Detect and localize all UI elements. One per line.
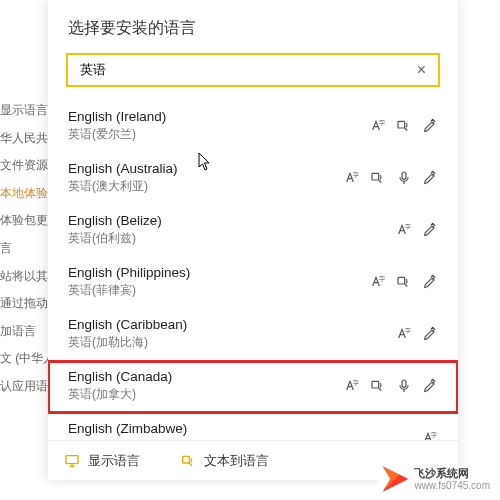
font-icon: 字 bbox=[370, 274, 386, 290]
svg-text:字: 字 bbox=[379, 119, 385, 126]
sidebar-text: 站将以其 bbox=[0, 266, 48, 288]
language-name-en: English (Belize) bbox=[68, 213, 396, 228]
svg-text:字: 字 bbox=[379, 275, 385, 282]
language-name-en: English (Ireland) bbox=[68, 109, 370, 124]
font-icon: 字 bbox=[344, 170, 360, 186]
language-name-zh: 英语(爱尔兰) bbox=[68, 126, 370, 143]
tts-tab-icon bbox=[180, 453, 196, 469]
language-feature-icons: 字 bbox=[344, 378, 438, 394]
svg-text:字: 字 bbox=[405, 327, 411, 334]
svg-rect-11 bbox=[402, 380, 406, 387]
language-name-zh: 英语(伯利兹) bbox=[68, 230, 396, 247]
sidebar-text: 认应用语 bbox=[0, 376, 48, 398]
language-name-zh: 英语(加勒比海) bbox=[68, 334, 396, 351]
pen-icon bbox=[422, 170, 438, 186]
svg-rect-14 bbox=[183, 456, 190, 463]
svg-rect-4 bbox=[402, 172, 406, 179]
panel-title: 选择要安装的语言 bbox=[48, 0, 458, 53]
language-item[interactable]: English (Zimbabwe)英语字 bbox=[48, 413, 458, 440]
language-item[interactable]: English (Belize)英语(伯利兹)字 bbox=[48, 205, 458, 257]
sidebar-text: 体验包更新 bbox=[0, 210, 48, 232]
font-icon: 字 bbox=[344, 378, 360, 394]
language-name-en: English (Canada) bbox=[68, 369, 344, 384]
pen-icon bbox=[422, 118, 438, 134]
language-item[interactable]: English (Caribbean)英语(加勒比海)字 bbox=[48, 309, 458, 361]
sidebar-text: 通过拖动 bbox=[0, 293, 48, 315]
sidebar-text: 言 bbox=[0, 238, 48, 260]
language-name-en: English (Caribbean) bbox=[68, 317, 396, 332]
language-feature-icons: 字 bbox=[370, 274, 438, 290]
sidebar-text: 文 (中华人 bbox=[0, 348, 48, 370]
search-field[interactable]: × bbox=[66, 53, 440, 87]
tts-icon bbox=[396, 118, 412, 134]
mic-icon bbox=[396, 378, 412, 394]
tts-icon bbox=[396, 274, 412, 290]
search-input[interactable] bbox=[80, 63, 413, 78]
svg-text:字: 字 bbox=[353, 171, 359, 178]
sidebar-text: 文件资源 bbox=[0, 155, 48, 177]
language-name-en: English (Zimbabwe) bbox=[68, 421, 422, 436]
svg-rect-13 bbox=[66, 455, 78, 463]
font-icon: 字 bbox=[370, 118, 386, 134]
svg-rect-1 bbox=[398, 121, 405, 128]
svg-rect-7 bbox=[398, 277, 405, 284]
language-item[interactable]: English (Philippines)英语(菲律宾)字 bbox=[48, 257, 458, 309]
language-feature-icons: 字 bbox=[422, 430, 438, 440]
font-icon: 字 bbox=[422, 430, 438, 440]
pen-icon bbox=[422, 222, 438, 238]
language-feature-icons: 字 bbox=[396, 326, 438, 342]
watermark: 飞沙系统网 www.fs0745.com bbox=[378, 464, 494, 494]
language-install-panel: 选择要安装的语言 × English (Ireland)英语(爱尔兰)字Engl… bbox=[48, 0, 458, 480]
tab-text-to-speech[interactable]: 文本到语言 bbox=[180, 452, 269, 470]
tab-display-language[interactable]: 显示语言 bbox=[64, 452, 140, 470]
tts-icon bbox=[370, 378, 386, 394]
background-sidebar: 显示语言华人民共文件资源本地体验性体验包更新言站将以其通过拖动加语言文 (中华人… bbox=[0, 100, 48, 404]
sidebar-text: 显示语言 bbox=[0, 100, 48, 122]
watermark-url: www.fs0745.com bbox=[414, 480, 490, 491]
sidebar-text: 本地体验性 bbox=[0, 183, 48, 205]
language-feature-icons: 字 bbox=[396, 222, 438, 238]
language-name-zh: 英语(澳大利亚) bbox=[68, 178, 344, 195]
font-icon: 字 bbox=[396, 326, 412, 342]
svg-text:字: 字 bbox=[405, 223, 411, 230]
watermark-logo-icon bbox=[382, 466, 408, 492]
pen-icon bbox=[422, 326, 438, 342]
language-name-zh: 英语 bbox=[68, 438, 422, 440]
watermark-name: 飞沙系统网 bbox=[414, 467, 490, 479]
svg-rect-10 bbox=[372, 381, 379, 388]
pen-icon bbox=[422, 378, 438, 394]
svg-rect-3 bbox=[372, 173, 379, 180]
language-feature-icons: 字 bbox=[344, 170, 438, 186]
sidebar-text: 华人民共 bbox=[0, 128, 48, 150]
language-item[interactable]: English (Canada)英语(加拿大)字 bbox=[48, 361, 458, 413]
tts-icon bbox=[370, 170, 386, 186]
language-feature-icons: 字 bbox=[370, 118, 438, 134]
language-name-zh: 英语(菲律宾) bbox=[68, 282, 370, 299]
font-icon: 字 bbox=[396, 222, 412, 238]
language-item[interactable]: English (Ireland)英语(爱尔兰)字 bbox=[48, 101, 458, 153]
language-item[interactable]: English (Australia)英语(澳大利亚)字 bbox=[48, 153, 458, 205]
language-list[interactable]: English (Ireland)英语(爱尔兰)字English (Austra… bbox=[48, 97, 458, 440]
language-name-en: English (Philippines) bbox=[68, 265, 370, 280]
tab-label: 显示语言 bbox=[88, 452, 140, 470]
tab-label: 文本到语言 bbox=[204, 452, 269, 470]
mic-icon bbox=[396, 170, 412, 186]
svg-text:字: 字 bbox=[353, 379, 359, 386]
svg-text:字: 字 bbox=[431, 431, 437, 438]
sidebar-text: 加语言 bbox=[0, 321, 48, 343]
language-name-zh: 英语(加拿大) bbox=[68, 386, 344, 403]
pen-icon bbox=[422, 274, 438, 290]
display-icon bbox=[64, 453, 80, 469]
language-name-en: English (Australia) bbox=[68, 161, 344, 176]
clear-icon[interactable]: × bbox=[413, 61, 430, 79]
